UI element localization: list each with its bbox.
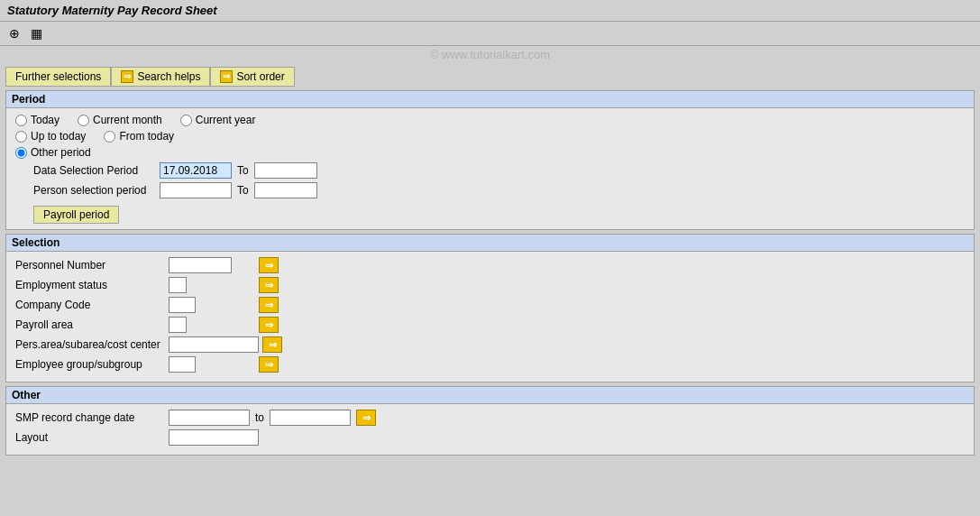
selection-header: Selection bbox=[6, 235, 974, 252]
grid-icon[interactable]: ▦ bbox=[27, 24, 45, 42]
other-section: Other SMP record change date to ⇒ Layout bbox=[5, 386, 975, 456]
radio-today[interactable]: Today bbox=[15, 114, 60, 126]
data-selection-to-input[interactable] bbox=[254, 162, 317, 179]
payroll-area-label: Payroll area bbox=[15, 318, 169, 331]
employment-status-label: Employment status bbox=[15, 279, 169, 291]
employee-group-input[interactable] bbox=[169, 356, 196, 373]
pers-area-label: Pers.area/subarea/cost center bbox=[15, 338, 169, 351]
payroll-period-button[interactable]: Payroll period bbox=[33, 206, 119, 224]
tab-search-helps[interactable]: ⇒ Search helps bbox=[111, 67, 210, 87]
watermark: © www.tutorialkart.com bbox=[0, 46, 980, 63]
company-code-label: Company Code bbox=[15, 299, 169, 311]
employee-group-label: Employee group/subgroup bbox=[15, 358, 169, 371]
person-selection-to-label: To bbox=[237, 184, 249, 197]
radio-current-month[interactable]: Current month bbox=[78, 114, 162, 126]
smp-record-label: SMP record change date bbox=[15, 411, 169, 424]
other-header: Other bbox=[6, 387, 974, 404]
title-bar: Statutory Maternity Pay Record Sheet bbox=[0, 0, 980, 22]
layout-label: Layout bbox=[15, 431, 169, 444]
tabs-row: Further selections ⇒ Search helps ⇒ Sort… bbox=[0, 63, 980, 87]
person-selection-from-input[interactable] bbox=[160, 182, 232, 198]
payroll-area-input[interactable] bbox=[169, 317, 187, 333]
toolbar: ⊕ ▦ bbox=[0, 22, 980, 46]
search-helps-label: Search helps bbox=[137, 70, 200, 83]
period-header: Period bbox=[6, 91, 974, 108]
pers-area-arrow-btn[interactable]: ⇒ bbox=[262, 336, 282, 353]
tab-further-selections[interactable]: Further selections bbox=[5, 67, 111, 87]
personnel-number-input[interactable] bbox=[169, 257, 232, 273]
radio-current-year[interactable]: Current year bbox=[180, 114, 256, 126]
pers-area-input[interactable] bbox=[169, 336, 259, 353]
employment-status-input[interactable] bbox=[169, 277, 187, 293]
tab-arrow-search: ⇒ bbox=[121, 70, 133, 83]
sort-order-label: Sort order bbox=[236, 70, 284, 83]
data-selection-from-input[interactable] bbox=[160, 162, 232, 179]
radio-from-today[interactable]: From today bbox=[104, 130, 174, 143]
payroll-area-arrow-btn[interactable]: ⇒ bbox=[259, 317, 279, 333]
personnel-number-label: Personnel Number bbox=[15, 259, 169, 272]
employment-status-arrow-btn[interactable]: ⇒ bbox=[259, 277, 279, 293]
smp-arrow-btn[interactable]: ⇒ bbox=[356, 410, 376, 426]
tab-sort-order[interactable]: ⇒ Sort order bbox=[210, 67, 294, 87]
tab-arrow-sort: ⇒ bbox=[220, 70, 233, 83]
back-icon[interactable]: ⊕ bbox=[5, 24, 23, 42]
employee-group-arrow-btn[interactable]: ⇒ bbox=[259, 356, 279, 373]
company-code-arrow-btn[interactable]: ⇒ bbox=[259, 297, 279, 313]
radio-up-to-today[interactable]: Up to today bbox=[15, 130, 86, 143]
radio-other-period[interactable]: Other period bbox=[15, 146, 91, 159]
personnel-number-arrow-btn[interactable]: ⇒ bbox=[259, 257, 279, 273]
smp-from-input[interactable] bbox=[169, 410, 250, 426]
company-code-input[interactable] bbox=[169, 297, 196, 313]
layout-input[interactable] bbox=[169, 429, 259, 446]
smp-to-input[interactable] bbox=[270, 410, 351, 426]
smp-to-label: to bbox=[255, 411, 264, 424]
period-section: Period Today Current month Current year bbox=[5, 90, 975, 230]
data-selection-to-label: To bbox=[237, 164, 249, 177]
person-selection-period-label: Person selection period bbox=[15, 184, 160, 197]
data-selection-period-label: Data Selection Period bbox=[15, 164, 160, 177]
person-selection-to-input[interactable] bbox=[254, 182, 317, 198]
further-selections-label: Further selections bbox=[15, 70, 101, 83]
selection-section: Selection Personnel Number ⇒ Employment … bbox=[5, 234, 975, 382]
